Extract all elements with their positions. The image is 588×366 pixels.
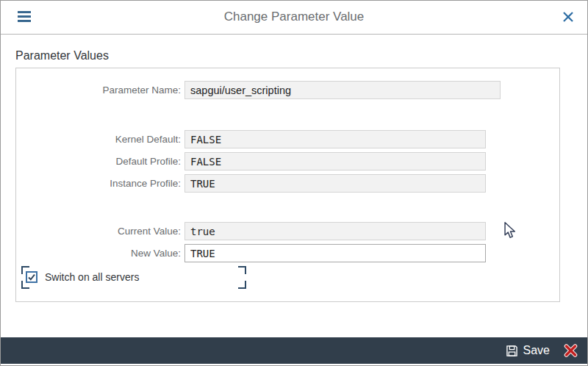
save-floppy-icon [506, 345, 518, 357]
parameter-name-input [184, 81, 501, 99]
checkmark-icon [27, 273, 36, 281]
new-value-label: New Value: [30, 244, 181, 262]
dialog-footer: Save [1, 337, 587, 364]
save-button-label: Save [523, 344, 550, 357]
kernel-default-input [184, 130, 486, 148]
instance-profile-input [184, 174, 486, 193]
cancel-button[interactable] [563, 343, 578, 358]
save-button[interactable]: Save [506, 344, 550, 357]
checkbox-box[interactable] [26, 271, 37, 283]
current-value-input [184, 222, 486, 240]
default-profile-label: Default Profile: [30, 152, 181, 171]
kernel-default-label: Kernel Default: [30, 130, 181, 148]
field-row-parameter-name: Parameter Name: [1, 81, 587, 99]
hamburger-menu-icon[interactable] [18, 11, 31, 23]
field-row-kernel-default: Kernel Default: [1, 130, 587, 148]
change-parameter-dialog: Change Parameter Value Parameter Values … [0, 0, 588, 366]
parameter-name-label: Parameter Name: [30, 81, 181, 99]
cancel-x-icon [563, 343, 578, 358]
default-profile-input [184, 152, 486, 171]
dialog-title: Change Parameter Value [60, 1, 528, 33]
field-row-current-value: Current Value: [1, 222, 587, 240]
switch-checkbox[interactable]: Switch on all servers [26, 270, 139, 284]
instance-profile-label: Instance Profile: [30, 174, 181, 193]
close-icon[interactable] [560, 9, 576, 25]
field-row-default-profile: Default Profile: [1, 152, 587, 171]
field-row-instance-profile: Instance Profile: [1, 174, 587, 193]
field-row-new-value: New Value: [1, 244, 587, 262]
current-value-label: Current Value: [30, 222, 181, 240]
section-heading: Parameter Values [15, 49, 109, 62]
new-value-input[interactable] [184, 244, 486, 262]
dialog-titlebar: Change Parameter Value [1, 1, 587, 35]
checkbox-label: Switch on all servers [45, 270, 139, 284]
